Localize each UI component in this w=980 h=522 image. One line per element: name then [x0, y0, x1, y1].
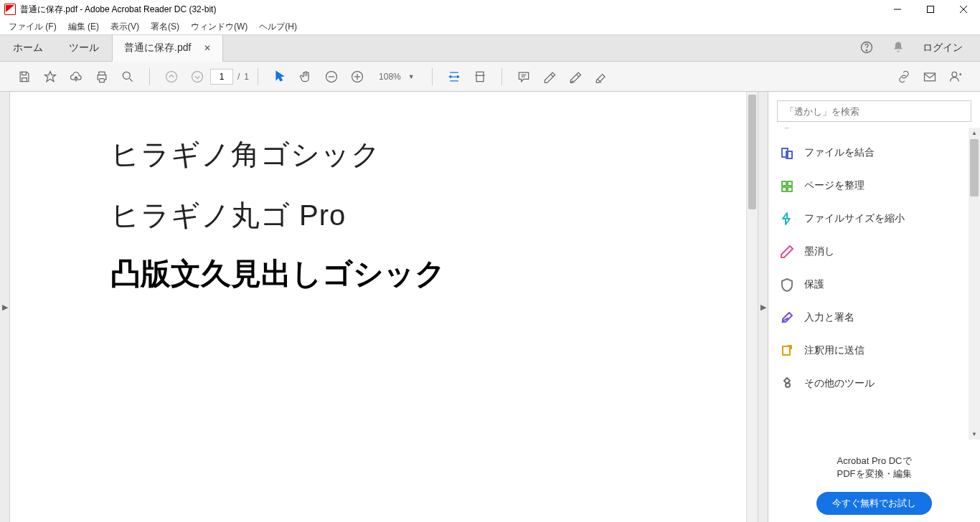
- side-item-label: その他のツール: [804, 377, 875, 390]
- draw-icon[interactable]: [562, 62, 588, 92]
- zoom-value[interactable]: 108%: [379, 72, 401, 82]
- svg-point-19: [952, 72, 957, 77]
- selection-arrow-icon[interactable]: [267, 62, 293, 92]
- side-item-protect[interactable]: 保護: [768, 268, 980, 301]
- svg-rect-18: [925, 73, 936, 81]
- compress-icon: [780, 212, 794, 226]
- side-item-partial[interactable]: [768, 128, 980, 136]
- save-icon[interactable]: [11, 62, 37, 92]
- erase-icon[interactable]: [588, 62, 614, 92]
- tab-document[interactable]: 普通に保存.pdf ✕: [112, 35, 223, 62]
- hand-icon[interactable]: [293, 62, 319, 92]
- login-button[interactable]: ログイン: [923, 42, 963, 54]
- svg-rect-1: [928, 6, 934, 13]
- tab-close-icon[interactable]: ✕: [204, 43, 211, 53]
- side-item-label: 注釈用に送信: [804, 344, 864, 357]
- side-item-label: ページを整理: [804, 179, 864, 192]
- print-icon[interactable]: [89, 62, 115, 92]
- promo-line-1: Acrobat Pro DCで: [780, 455, 969, 468]
- tool-search-input[interactable]: [785, 106, 963, 117]
- zoom-in-icon[interactable]: [344, 62, 370, 92]
- menu-help[interactable]: ヘルプ(H): [253, 21, 303, 33]
- side-item-label: ファイルを結合: [804, 146, 875, 159]
- side-item-more-tools[interactable]: その他のツール: [768, 367, 980, 400]
- acrobat-logo-icon: [4, 4, 16, 15]
- left-gutter-expand[interactable]: ▶: [0, 92, 10, 522]
- side-item-send-comment[interactable]: 注釈用に送信: [768, 334, 980, 367]
- doc-scrollbar[interactable]: [746, 92, 758, 522]
- document-page: ヒラギノ角ゴシック ヒラギノ丸ゴ Pro 凸版文久見出しゴシック: [10, 92, 746, 522]
- protect-icon: [780, 277, 794, 292]
- side-item-organize[interactable]: ページを整理: [768, 169, 980, 202]
- user-add-icon[interactable]: [943, 62, 969, 92]
- side-item-combine[interactable]: ファイルを結合: [768, 136, 980, 169]
- fill-sign-icon: [780, 310, 794, 325]
- window-title: 普通に保存.pdf - Adobe Acrobat Reader DC (32-…: [20, 4, 216, 16]
- email-icon[interactable]: [917, 62, 943, 92]
- page-total: 1: [244, 72, 249, 82]
- more-tools-icon: [780, 376, 794, 391]
- svg-point-8: [166, 71, 177, 82]
- svg-point-5: [866, 49, 867, 50]
- svg-line-7: [130, 78, 133, 81]
- promo-trial-button[interactable]: 今すぐ無料でお試し: [816, 492, 932, 515]
- help-icon[interactable]: [859, 40, 874, 57]
- page-up-icon[interactable]: [159, 62, 184, 92]
- search-icon[interactable]: [115, 62, 141, 92]
- zoom-out-icon[interactable]: [319, 62, 344, 92]
- side-item-redact[interactable]: 墨消し: [768, 235, 980, 268]
- svg-rect-15: [476, 72, 484, 81]
- doc-line-2: ヒラギノ丸ゴ Pro: [110, 196, 746, 235]
- side-item-label: ファイルサイズを縮小: [804, 212, 905, 225]
- side-scrollbar[interactable]: ▲ ▼: [969, 128, 980, 440]
- comment-icon[interactable]: [511, 62, 537, 92]
- menu-sign[interactable]: 署名(S): [145, 21, 185, 33]
- side-item-compress[interactable]: ファイルサイズを縮小: [768, 202, 980, 235]
- menu-view[interactable]: 表示(V): [105, 21, 145, 33]
- right-gutter-collapse[interactable]: ▶: [758, 92, 768, 522]
- note-icon: [780, 128, 794, 136]
- organize-icon: [780, 179, 794, 193]
- tab-tools[interactable]: ツール: [56, 35, 112, 61]
- side-item-label: 墨消し: [804, 245, 834, 258]
- redact-icon: [780, 245, 794, 259]
- tab-home[interactable]: ホーム: [0, 35, 56, 61]
- cloud-icon[interactable]: [63, 62, 89, 92]
- highlight-icon[interactable]: [537, 62, 562, 92]
- fit-page-icon[interactable]: [467, 62, 493, 92]
- bell-icon[interactable]: [891, 40, 905, 57]
- menu-window[interactable]: ウィンドウ(W): [185, 21, 253, 33]
- svg-point-9: [192, 71, 203, 82]
- side-item-fill-sign[interactable]: 入力と署名: [768, 301, 980, 334]
- svg-point-6: [123, 72, 130, 79]
- maximize-button[interactable]: [914, 0, 947, 19]
- menu-edit[interactable]: 編集 (E): [62, 21, 105, 33]
- promo-line-2: PDFを変換・編集: [780, 468, 969, 480]
- doc-line-1: ヒラギノ角ゴシック: [110, 135, 746, 174]
- minimize-button[interactable]: [881, 0, 914, 19]
- page-sep: /: [237, 72, 240, 82]
- side-item-label: 入力と署名: [804, 311, 854, 324]
- menu-file[interactable]: ファイル (F): [3, 21, 62, 33]
- tool-search[interactable]: [777, 100, 971, 122]
- svg-rect-20: [786, 128, 788, 128]
- send-comment-icon: [780, 343, 794, 358]
- side-item-label: 保護: [804, 278, 824, 291]
- combine-icon: [780, 146, 794, 160]
- zoom-dropdown-icon[interactable]: ▼: [408, 73, 415, 80]
- close-button[interactable]: [947, 0, 980, 19]
- share-link-icon[interactable]: [891, 62, 917, 92]
- doc-line-3: 凸版文久見出しゴシック: [110, 254, 746, 294]
- tab-document-label: 普通に保存.pdf: [124, 42, 191, 54]
- fit-width-icon[interactable]: [441, 62, 467, 92]
- page-current-input[interactable]: [210, 69, 233, 85]
- star-icon[interactable]: [37, 62, 63, 92]
- page-down-icon[interactable]: [184, 62, 210, 92]
